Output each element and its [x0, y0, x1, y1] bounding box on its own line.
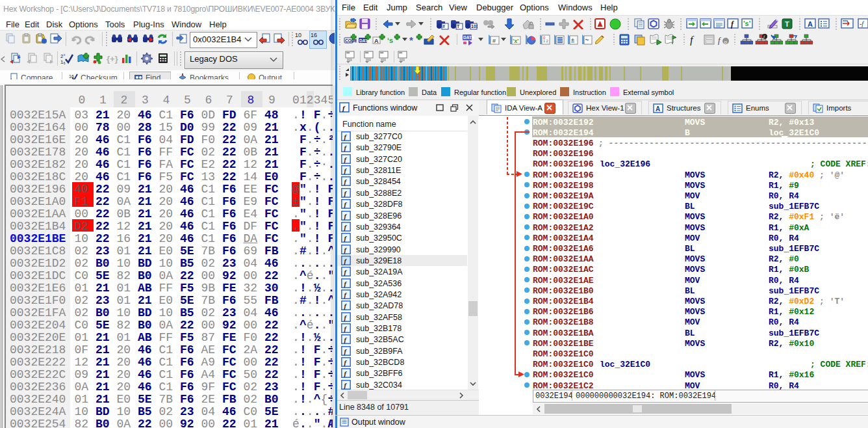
svg-text:2°: 2°: [60, 53, 66, 59]
svg-text:101: 101: [471, 24, 478, 29]
svg-text:f: f: [718, 35, 722, 45]
svg-text:DATA: DATA: [463, 35, 474, 40]
svg-text:±: ±: [571, 37, 574, 44]
svg-text:'x': 'x': [513, 38, 518, 44]
svg-text:1₆: 1₆: [60, 59, 66, 64]
svg-text:f: f: [690, 34, 695, 46]
svg-text:1 2: 1 2: [543, 39, 548, 43]
svg-text:{+}: {+}: [107, 54, 118, 64]
svg-text:A: A: [656, 105, 660, 113]
svg-text:CODE: CODE: [345, 38, 357, 43]
svg-text:‘s: ‘s: [387, 36, 393, 44]
svg-text:#: #: [442, 24, 445, 29]
svg-text:10: 10: [295, 32, 301, 38]
svg-text:#: #: [492, 38, 496, 44]
svg-text:16: 16: [311, 32, 317, 38]
svg-text:T: T: [457, 24, 460, 29]
svg-text:A: A: [808, 20, 813, 28]
svg-text:T: T: [785, 20, 789, 28]
svg-text:A: A: [374, 38, 379, 44]
svg-text:o: o: [724, 39, 728, 45]
svg-text:*: *: [409, 34, 413, 46]
svg-text:'s': 's': [743, 20, 751, 27]
svg-text:~: ~: [585, 36, 589, 44]
